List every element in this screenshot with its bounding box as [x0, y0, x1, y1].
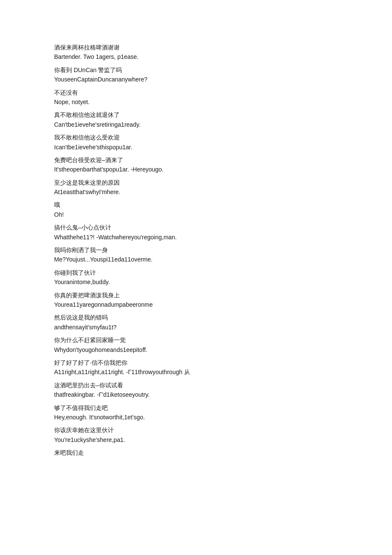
subtitle-english-text: Yourea11yaregonnadumpabeeronme: [54, 300, 338, 309]
subtitle-chinese-text: 够了不值得我们走吧: [54, 403, 338, 413]
subtitle-block: 好了好了好了·信不信我把你A11right,a11right,a11right.…: [54, 358, 338, 377]
subtitle-block: 你真的要把啤酒泼我身上Yourea11yaregonnadumpabeeronm…: [54, 291, 338, 310]
subtitle-chinese-text: 真不敢相信他这就退休了: [54, 110, 338, 119]
subtitle-english-text: Can'tbe1ievehe'sretiringa1ready.: [54, 120, 338, 129]
subtitle-block: 我不敢相信他这么受欢迎Ican'tbe1ievehe'sthispopu1ar.: [54, 133, 338, 152]
subtitle-block: 真不敢相信他这就退休了Can'tbe1ievehe'sretiringa1rea…: [54, 110, 338, 129]
subtitle-english-text: Oh!: [54, 210, 338, 219]
subtitle-chinese-text: 然后说这是我的错吗: [54, 313, 338, 322]
subtitle-container: 酒保来两杯拉格啤酒谢谢Bartender. Two 1agers, p1ease…: [54, 43, 338, 457]
subtitle-block: 你碰到我了伙计Youranintome,buddy.: [54, 268, 338, 287]
subtitle-english-text: It'stheopenbarthat'spopu1ar. -Hereyougo.: [54, 165, 338, 174]
subtitle-chinese-text: 好了好了好了·信不信我把你: [54, 358, 338, 367]
subtitle-chinese-text: 我不敢相信他这么受欢迎: [54, 133, 338, 142]
subtitle-english-text: Nope, notyet.: [54, 97, 338, 107]
subtitle-chinese-text: 免费吧台很受欢迎–酒来了: [54, 155, 338, 165]
subtitle-chinese-text: 你看到 DUnCan 警监了吗: [54, 65, 338, 75]
subtitle-english-text: Me?Youjust...Youspi11eda11overme.: [54, 255, 338, 264]
subtitle-english-text: thatfreakingbar. -Г'd1iketoseeyoutry.: [54, 390, 338, 399]
subtitle-english-text: Bartender. Two 1agers, p1ease.: [54, 52, 338, 61]
subtitle-block: 不还没有Nope, notyet.: [54, 88, 338, 107]
subtitle-block: 免费吧台很受欢迎–酒来了It'stheopenbarthat'spopu1ar.…: [54, 155, 338, 174]
subtitle-chinese-text: 你为什么不赶紧回家睡一觉: [54, 335, 338, 345]
subtitle-chinese-text: 你真的要把啤酒泼我身上: [54, 291, 338, 300]
subtitle-english-text: Hey,enough. It'snotworthit,1et'sgo.: [54, 413, 338, 422]
subtitle-chinese-text: 我吗你刚洒了我一身: [54, 245, 338, 255]
subtitle-english-text: Ican'tbe1ievehe'sthispopu1ar.: [54, 142, 338, 152]
subtitle-chinese-text: 你该庆幸她在这里伙计: [54, 425, 338, 435]
subtitle-english-text: You're1uckyshe'shere,pa1.: [54, 435, 338, 445]
subtitle-english-text: A11right,a11right,a11right. -Г11throwyou…: [54, 367, 338, 377]
subtitle-block: 你为什么不赶紧回家睡一觉Whydon'tyougohomeands1eepito…: [54, 335, 338, 355]
subtitle-chinese-text: 不还没有: [54, 88, 338, 97]
subtitle-chinese-text: 来吧我们走: [54, 448, 338, 457]
subtitle-block: 我吗你刚洒了我一身Me?Youjust...Youspi11eda11overm…: [54, 245, 338, 264]
subtitle-block: 够了不值得我们走吧Hey,enough. It'snotworthit,1et'…: [54, 403, 338, 422]
subtitle-block: 酒保来两杯拉格啤酒谢谢Bartender. Two 1agers, p1ease…: [54, 43, 338, 62]
subtitle-chinese-text: 搞什么鬼–小心点伙计: [54, 223, 338, 232]
subtitle-chinese-text: 酒保来两杯拉格啤酒谢谢: [54, 43, 338, 52]
subtitle-english-text: At1eastthat'swhyI'mhere.: [54, 187, 338, 197]
subtitle-chinese-text: 哦: [54, 200, 338, 209]
subtitle-block: 哦Oh!: [54, 200, 338, 219]
subtitle-block: 至少这是我来这里的原因At1eastthat'swhyI'mhere.: [54, 178, 338, 197]
subtitle-chinese-text: 至少这是我来这里的原因: [54, 178, 338, 187]
subtitle-block: 你该庆幸她在这里伙计You're1uckyshe'shere,pa1.: [54, 425, 338, 445]
subtitle-block: 然后说这是我的错吗andthensayit'smyfau1t?: [54, 313, 338, 332]
subtitle-english-text: Whatthehe11?! -Watchwhereyou'regoing,man…: [54, 232, 338, 242]
subtitle-chinese-text: 你碰到我了伙计: [54, 268, 338, 277]
subtitle-block: 搞什么鬼–小心点伙计Whatthehe11?! -Watchwhereyou'r…: [54, 223, 338, 242]
subtitle-block: 这酒吧里扔出去–你试试看thatfreakingbar. -Г'd1iketos…: [54, 381, 338, 400]
subtitle-english-text: Whydon'tyougohomeands1eepitoff.: [54, 345, 338, 355]
subtitle-chinese-text: 这酒吧里扔出去–你试试看: [54, 381, 338, 390]
subtitle-block: 你看到 DUnCan 警监了吗YouseenCaptainDuncananywh…: [54, 65, 338, 84]
subtitle-english-text: YouseenCaptainDuncananywhere?: [54, 75, 338, 84]
subtitle-english-text: andthensayit'smyfau1t?: [54, 323, 338, 332]
subtitle-english-text: Youranintome,buddy.: [54, 277, 338, 287]
subtitle-block: 来吧我们走: [54, 448, 338, 457]
